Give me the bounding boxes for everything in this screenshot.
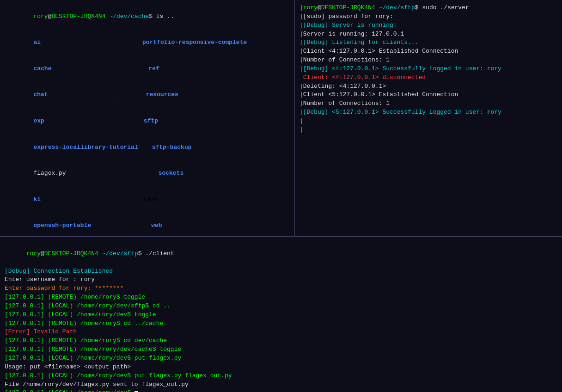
bottom-line-15: File /home/rory/dev/flagex.py sent to fl… [5,380,557,389]
right-line-8: |[Debug] <4:127.0.0.1> Successfully Logg… [299,65,557,74]
top-panes: rory@DESKTOP-JRQK4N4 ~/dev/cache$ ls .. … [0,0,562,236]
right-line-5: |[Debug] Listening for clients... [299,38,557,47]
right-line-6: |Client <4:127.0.0.1> Established Connec… [299,47,557,56]
dir-listing: kltest [5,187,290,213]
bottom-line-7: [127.0.0.1] (LOCAL) /home/rory/dev$ togg… [5,311,557,319]
right-line-7: |Number of Connections: 1 [299,56,557,65]
bottom-line-2: [Debug] Connection Established [5,267,557,276]
dir-listing: expsftp [5,108,290,135]
bottom-line-13: Usage: put <filename> <output path> [5,363,557,372]
pane-left-top: rory@DESKTOP-JRQK4N4 ~/dev/cache$ ls .. … [0,0,295,236]
right-line-4: |Server is running: 127.0.0.1 [299,30,557,39]
pane-bottom: rory@DESKTOP-JRQK4N4 ~/dev/sftp$ ./clien… [0,237,562,392]
bottom-line-9: [Error] Invalid Path [5,328,557,337]
bottom-line-14: [127.0.0.1] (LOCAL) /home/rory/dev$ put … [5,372,557,380]
bottom-line-11: [127.0.0.1] (REMOTE) /home/rory/dev/cach… [5,345,557,354]
dir-listing: openssh-portableweb [5,213,290,236]
dir-listing: flagex.pysockets [5,160,290,187]
right-line-14: | [299,117,557,126]
bottom-line-8: [127.0.0.1] (REMOTE) /home/rory$ cd ../c… [5,319,557,328]
bottom-line-10: [127.0.0.1] (REMOTE) /home/rory$ cd dev/… [5,337,557,345]
bottom-line-5: [127.0.0.1] (REMOTE) /home/rory$ toggle [5,293,557,302]
right-line-11: |Client <5:127.0.0.1> Established Connec… [299,91,557,99]
pane-right-top: |rory@DESKTOP-JRQK4N4 ~/dev/sftp$ sudo .… [295,0,562,236]
right-line-12: |Number of Connections: 1 [299,99,557,108]
terminal-container: UNITED STATES rory@DESKTOP-JRQK4N4 ~/dev… [0,0,562,392]
left-prompt-1: rory@DESKTOP-JRQK4N4 ~/dev/cache$ ls .. [5,4,290,30]
dir-listing: chatresources [5,82,290,109]
dir-listing: cacheref [5,56,290,82]
right-line-10: |Deleting: <4:127.0.0.1> [299,82,557,91]
right-line-3: |[Debug] Server is running: [299,21,557,30]
dir-listing: aiportfolio-responsive-complete [5,30,290,56]
bottom-line-6: [127.0.0.1] (LOCAL) /home/rory/dev/sftp$… [5,302,557,311]
bottom-line-1: rory@DESKTOP-JRQK4N4 ~/dev/sftp$ ./clien… [5,241,557,267]
right-line-15: | [299,126,557,135]
right-line-1: |rory@DESKTOP-JRQK4N4 ~/dev/sftp$ sudo .… [299,4,557,12]
bottom-line-4: Enter password for rory: ******** [5,284,557,293]
right-line-13: |[Debug] <5:127.0.0.1> Successfully Logg… [299,108,557,117]
dir-listing: express-locallibrary-tutorialsftp-backup [5,135,290,161]
bottom-line-16: [127.0.0.1] (LOCAL) /home/rory/dev$ [5,389,557,392]
right-line-2: |[sudo] password for rory: [299,12,557,21]
right-line-9: |Client: <4:127.0.0.1> disconnected [299,74,557,82]
bottom-line-3: Enter username for : rory [5,276,557,284]
bottom-line-12: [127.0.0.1] (LOCAL) /home/rory/dev$ put … [5,354,557,363]
